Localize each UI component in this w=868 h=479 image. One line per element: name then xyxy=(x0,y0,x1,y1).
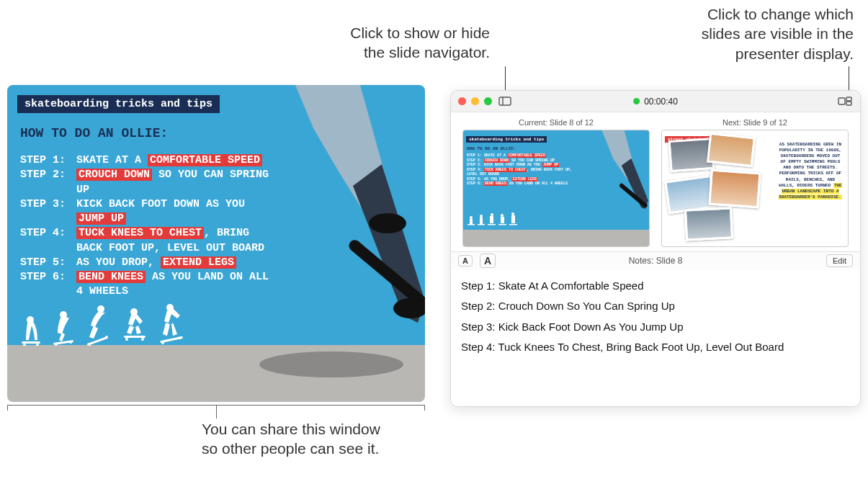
slide-step: STEP 6:BEND KNEES AS YOU LAND ON ALL 4 W… xyxy=(20,270,279,300)
callout-line xyxy=(849,66,849,91)
notes-label: Notes: Slide 8 xyxy=(629,256,683,266)
svg-point-16 xyxy=(105,336,108,339)
svg-rect-6 xyxy=(22,341,40,344)
titlebar: 00:00:40 xyxy=(451,91,860,112)
slide-tag: skateboarding tricks and tips xyxy=(17,95,220,113)
font-larger-button[interactable]: A xyxy=(480,254,496,268)
current-slide-label: Current: Slide 8 of 12 xyxy=(519,118,594,127)
ollie-sequence-icons xyxy=(20,304,184,346)
svg-point-15 xyxy=(88,343,91,346)
toggle-navigator-button[interactable] xyxy=(497,95,513,108)
presenter-note-line: Step 1: Skate At A Comfortable Speed xyxy=(461,276,850,297)
svg-point-20 xyxy=(141,338,144,341)
svg-point-11 xyxy=(55,343,58,346)
skater-photo xyxy=(252,85,425,402)
svg-point-2 xyxy=(369,213,406,233)
svg-rect-28 xyxy=(846,97,851,101)
slide-steps: STEP 1:SKATE AT A COMFORTABLE SPEEDSTEP … xyxy=(20,153,279,300)
presenter-note-line: Step 4: Tuck Knees To Chest, Bring Back … xyxy=(461,337,850,358)
svg-rect-38 xyxy=(490,216,493,223)
svg-point-13 xyxy=(97,305,104,313)
presenter-display-window: 00:00:40 Current: Slide 8 of 12 skateboa… xyxy=(450,90,861,407)
svg-rect-44 xyxy=(511,215,515,223)
slide-step: STEP 2:CROUCH DOWN SO YOU CAN SPRING UP xyxy=(20,168,279,197)
svg-point-8 xyxy=(36,344,39,346)
svg-point-37 xyxy=(491,213,493,216)
svg-rect-27 xyxy=(838,98,845,104)
presentation-timer[interactable]: 00:00:40 xyxy=(633,97,678,107)
svg-point-31 xyxy=(470,216,473,219)
mini-tag: skateboarding tricks and tips xyxy=(466,136,547,143)
callout-share: You can share this windowso other people… xyxy=(202,419,380,459)
slide-step: STEP 1:SKATE AT A COMFORTABLE SPEED xyxy=(20,153,279,168)
callout-line xyxy=(505,66,506,91)
photo-collage xyxy=(666,138,776,242)
slide-preview-row: Current: Slide 8 of 12 skateboarding tri… xyxy=(451,112,860,251)
svg-rect-42 xyxy=(498,224,506,225)
svg-point-23 xyxy=(161,341,164,344)
zoom-icon[interactable] xyxy=(484,97,492,105)
svg-rect-25 xyxy=(499,97,511,105)
next-slide-thumbnail[interactable]: street skateboarding AS SKATEBOARDING GR… xyxy=(661,130,849,247)
svg-point-40 xyxy=(501,214,504,217)
svg-rect-35 xyxy=(480,218,483,224)
minimize-icon[interactable] xyxy=(471,97,479,105)
presenter-notes: Step 1: Skate At A Comfortable SpeedStep… xyxy=(451,270,860,407)
share-bracket xyxy=(7,405,425,411)
presenter-note-line: Step 3: Kick Back Foot Down As You Jump … xyxy=(461,317,850,338)
svg-rect-18 xyxy=(124,336,146,338)
timer-value: 00:00:40 xyxy=(644,97,678,107)
svg-point-4 xyxy=(259,352,403,377)
svg-rect-32 xyxy=(470,219,473,224)
slide-step: STEP 5:AS YOU DROP, EXTEND LEGS xyxy=(20,256,279,270)
svg-point-34 xyxy=(480,215,483,218)
slide-step: STEP 4:TUCK KNEES TO CHEST, BRING BACK F… xyxy=(20,226,279,256)
callout-navigator: Click to show or hidethe slide navigator… xyxy=(288,23,490,63)
svg-rect-41 xyxy=(501,217,504,223)
svg-point-19 xyxy=(125,338,128,341)
svg-point-43 xyxy=(511,212,514,215)
svg-rect-36 xyxy=(478,224,485,225)
callout-layout: Click to change whichslides are visible … xyxy=(652,4,854,63)
svg-rect-39 xyxy=(488,224,496,225)
shared-slide-window: skateboarding tricks and tips HOW TO DO … xyxy=(7,85,425,402)
window-controls[interactable] xyxy=(458,97,492,105)
svg-point-12 xyxy=(69,341,72,344)
next-slide-label: Next: Slide 9 of 12 xyxy=(722,118,787,127)
svg-rect-29 xyxy=(846,102,851,105)
notes-toolbar: A A Notes: Slide 8 Edit xyxy=(451,251,860,270)
change-layout-button[interactable] xyxy=(837,95,853,108)
edit-notes-button[interactable]: Edit xyxy=(826,254,853,267)
next-slide-body: AS SKATEBOARDING GREW IN POPULARITY IN T… xyxy=(777,142,844,200)
svg-point-24 xyxy=(179,336,182,339)
font-smaller-button[interactable]: A xyxy=(458,255,473,267)
timer-status-icon xyxy=(633,98,640,104)
svg-point-7 xyxy=(23,344,26,346)
slide-step: STEP 3:KICK BACK FOOT DOWN AS YOU JUMP U… xyxy=(20,197,279,227)
svg-rect-45 xyxy=(509,224,517,225)
current-slide-thumbnail[interactable]: skateboarding tricks and tips HOW TO DO … xyxy=(462,130,650,247)
svg-rect-33 xyxy=(467,224,475,225)
close-icon[interactable] xyxy=(458,97,466,105)
presenter-note-line: Step 2: Crouch Down So You Can Spring Up xyxy=(461,296,850,317)
